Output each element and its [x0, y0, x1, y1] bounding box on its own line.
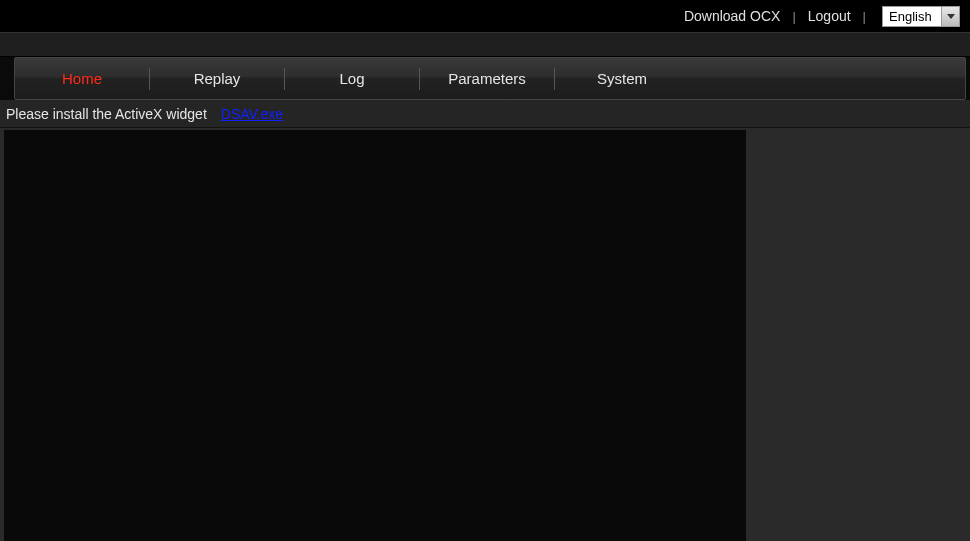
nav-system[interactable]: System: [555, 70, 689, 87]
logout-link[interactable]: Logout: [808, 8, 851, 24]
download-ocx-link[interactable]: Download OCX: [684, 8, 781, 24]
content-area: [0, 128, 970, 541]
nav-log[interactable]: Log: [285, 70, 419, 87]
nav-replay[interactable]: Replay: [150, 70, 284, 87]
side-panel: [746, 128, 970, 541]
install-notice-bar: Please install the ActiveX widget DSAV.e…: [0, 100, 970, 128]
separator: |: [863, 9, 866, 24]
video-viewport: [4, 130, 746, 541]
language-select[interactable]: English: [882, 6, 960, 27]
nav-home[interactable]: Home: [15, 70, 149, 87]
separator: |: [792, 9, 795, 24]
install-download-link[interactable]: DSAV.exe: [221, 106, 283, 122]
install-message: Please install the ActiveX widget: [6, 106, 207, 122]
svg-marker-0: [947, 14, 955, 19]
top-bar: Download OCX | Logout | English: [0, 0, 970, 33]
main-nav: Home Replay Log Parameters System: [14, 57, 966, 100]
language-selected-value: English: [883, 9, 941, 24]
header-gap: [0, 33, 970, 57]
nav-parameters[interactable]: Parameters: [420, 70, 554, 87]
dropdown-arrow-icon[interactable]: [941, 7, 959, 26]
